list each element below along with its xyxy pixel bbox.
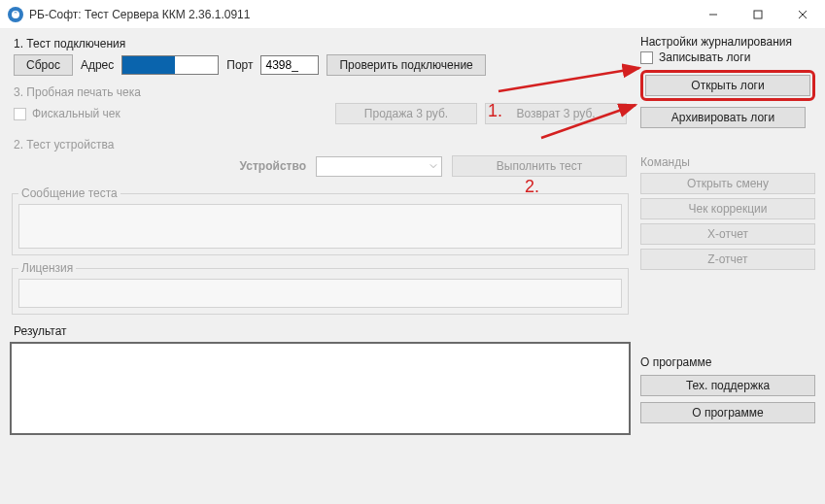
section-about-title: О программе: [640, 355, 815, 369]
svg-rect-1: [754, 11, 762, 18]
license-label: Лицензия: [18, 261, 76, 275]
return-button: Возврат 3 руб.: [485, 103, 627, 124]
sale-button: Продажа 3 руб.: [335, 103, 477, 124]
section-device-test-title: 2. Тест устройства: [14, 138, 631, 151]
title-bar: РБ-Софт: Тест Сервера ККМ 2.36.1.0911: [0, 0, 825, 29]
license-group: Лицензия: [12, 261, 629, 315]
run-test-button: Выполнить тест: [452, 155, 627, 177]
section-test-connection-title: 1. Тест подключения: [14, 37, 631, 50]
archive-logs-button[interactable]: Архивировать логи: [640, 107, 806, 128]
write-logs-label: Записывать логи: [659, 50, 750, 64]
chevron-down-icon: [430, 162, 437, 170]
checkbox-box-icon: [14, 108, 26, 120]
section-commands-title: Команды: [640, 155, 815, 169]
x-report-button: X-отчет: [640, 223, 815, 245]
test-message-label: Сообщение теста: [18, 186, 120, 200]
check-connection-button[interactable]: Проверить подключение: [327, 54, 485, 76]
open-logs-highlight: Открыть логи: [640, 70, 815, 101]
minimize-button[interactable]: [691, 0, 736, 29]
support-button[interactable]: Тех. поддержка: [640, 375, 815, 396]
app-icon: [8, 7, 23, 22]
test-message-box: [18, 204, 622, 249]
window-title: РБ-Софт: Тест Сервера ККМ 2.36.1.0911: [29, 8, 250, 21]
close-button[interactable]: [780, 0, 825, 29]
z-report-button: Z-отчет: [640, 249, 815, 270]
port-input[interactable]: [260, 55, 319, 75]
test-message-group: Сообщение теста: [12, 186, 629, 255]
write-logs-checkbox[interactable]: Записывать логи: [640, 50, 815, 64]
section-trial-print-title: 3. Пробная печать чека: [14, 85, 631, 99]
maximize-button[interactable]: [736, 0, 780, 29]
fiscal-checkbox: Фискальный чек: [14, 107, 120, 120]
section-result-title: Результат: [14, 324, 631, 338]
open-shift-button: Открыть смену: [640, 173, 815, 194]
open-logs-button[interactable]: Открыть логи: [645, 75, 810, 96]
about-button[interactable]: О программе: [640, 402, 815, 423]
license-box: [18, 279, 622, 308]
address-label: Адрес: [81, 58, 114, 72]
port-label: Порт: [226, 58, 253, 72]
device-select: [316, 156, 442, 177]
checkbox-box-icon: [640, 51, 653, 64]
reset-button[interactable]: Сброс: [14, 54, 73, 76]
correction-check-button: Чек коррекции: [640, 198, 815, 219]
address-input[interactable]: [121, 55, 219, 75]
section-logging-title: Настройки журналирования: [640, 35, 815, 49]
fiscal-checkbox-label: Фискальный чек: [32, 107, 120, 120]
device-label: Устройство: [240, 159, 306, 173]
result-textarea[interactable]: [10, 342, 631, 435]
